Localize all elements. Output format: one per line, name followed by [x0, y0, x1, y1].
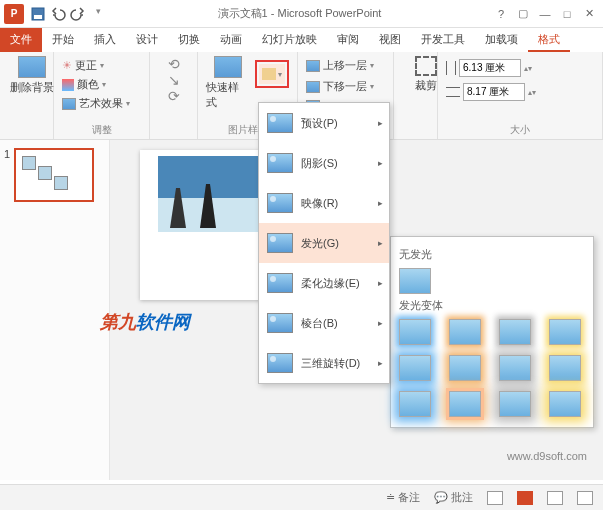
watermark: 第九软件网 [100, 310, 190, 334]
color-button[interactable]: 颜色▾ [62, 77, 141, 92]
rotate3d-icon [267, 353, 293, 373]
corrections-button[interactable]: ☀更正▾ [62, 58, 141, 73]
slideshow-view-icon[interactable] [577, 491, 593, 505]
tab-addins[interactable]: 加载项 [475, 28, 528, 52]
tab-slideshow[interactable]: 幻灯片放映 [252, 28, 327, 52]
picture-effects-menu: 预设(P)▸ 阴影(S)▸ 映像(R)▸ 发光(G)▸ 柔化边缘(E)▸ 棱台(… [258, 102, 390, 384]
tab-review[interactable]: 审阅 [327, 28, 369, 52]
send-backward-button[interactable]: 下移一层▾ [306, 79, 385, 94]
artistic-effects-button[interactable]: 艺术效果▾ [62, 96, 141, 111]
tab-format[interactable]: 格式 [528, 28, 570, 52]
tab-design[interactable]: 设计 [126, 28, 168, 52]
glow-swatch[interactable] [399, 319, 431, 345]
glow-swatch[interactable] [499, 355, 531, 381]
glow-swatch[interactable] [449, 391, 481, 417]
chevron-right-icon: ▸ [378, 118, 383, 128]
svg-rect-1 [34, 15, 42, 19]
tab-view[interactable]: 视图 [369, 28, 411, 52]
chevron-right-icon: ▸ [378, 278, 383, 288]
effects-3drotation[interactable]: 三维旋转(D)▸ [259, 343, 389, 383]
remove-bg-icon [18, 56, 46, 78]
window-title: 演示文稿1 - Microsoft PowerPoint [108, 6, 491, 21]
comments-button[interactable]: 💬 批注 [434, 490, 473, 505]
effects-bevel[interactable]: 棱台(B)▸ [259, 303, 389, 343]
softedge-icon [267, 273, 293, 293]
effects-icon [262, 68, 276, 80]
chevron-right-icon: ▸ [378, 238, 383, 248]
glow-none-swatch[interactable] [399, 268, 431, 294]
tab-transitions[interactable]: 切换 [168, 28, 210, 52]
chevron-right-icon: ▸ [378, 318, 383, 328]
tab-home[interactable]: 开始 [42, 28, 84, 52]
app-icon: P [4, 4, 24, 24]
shadow-icon [267, 153, 293, 173]
slide-thumbnail-1[interactable] [14, 148, 94, 202]
notes-button[interactable]: ≐ 备注 [386, 490, 420, 505]
glow-none-header: 无发光 [399, 247, 585, 262]
chevron-right-icon: ▸ [378, 198, 383, 208]
tab-insert[interactable]: 插入 [84, 28, 126, 52]
remove-background-button[interactable]: 删除背景 [8, 56, 56, 95]
effects-shadow[interactable]: 阴影(S)▸ [259, 143, 389, 183]
bevel-icon [267, 313, 293, 333]
glow-gallery: 无发光 发光变体 [390, 236, 594, 428]
bring-forward-button[interactable]: 上移一层▾ [306, 58, 385, 73]
color-icon [62, 79, 74, 91]
glow-icon [267, 233, 293, 253]
reflection-icon [267, 193, 293, 213]
normal-view-icon[interactable] [487, 491, 503, 505]
forward-icon [306, 60, 320, 72]
tab-developer[interactable]: 开发工具 [411, 28, 475, 52]
redo-icon[interactable] [70, 6, 86, 22]
minimize-icon[interactable]: — [535, 5, 555, 23]
effects-softedge[interactable]: 柔化边缘(E)▸ [259, 263, 389, 303]
backward-icon [306, 81, 320, 93]
watermark-url: www.d9soft.com [507, 450, 587, 462]
effects-glow[interactable]: 发光(G)▸ [259, 223, 389, 263]
group-adjust-label: 调整 [62, 121, 141, 137]
glow-swatch[interactable] [499, 391, 531, 417]
width-input[interactable] [463, 83, 525, 101]
glow-swatch[interactable] [549, 355, 581, 381]
slide-thumbnail-panel: 1 [0, 140, 110, 480]
preset-icon [267, 113, 293, 133]
status-bar: ≐ 备注 💬 批注 [0, 484, 603, 510]
undo-icon[interactable] [50, 6, 66, 22]
tab-file[interactable]: 文件 [0, 28, 42, 52]
picture-effects-button[interactable]: ▾ [259, 64, 285, 84]
glow-swatch[interactable] [499, 319, 531, 345]
glow-swatch[interactable] [399, 391, 431, 417]
crop-icon [415, 56, 437, 76]
glow-swatch[interactable] [549, 319, 581, 345]
ribbon-tabs: 文件 开始 插入 设计 切换 动画 幻灯片放映 审阅 视图 开发工具 加载项 格… [0, 28, 603, 52]
qat-dropdown-icon[interactable]: ▾ [90, 6, 106, 22]
chevron-right-icon: ▸ [378, 358, 383, 368]
glow-variants-header: 发光变体 [399, 298, 585, 313]
height-icon [446, 61, 456, 75]
quick-styles-button[interactable]: 快速样式 [206, 56, 249, 110]
glow-swatch[interactable] [449, 319, 481, 345]
chevron-right-icon: ▸ [378, 158, 383, 168]
ribbon-toggle-icon[interactable]: ▢ [513, 5, 533, 23]
slide-image[interactable] [158, 156, 268, 232]
reset-pic-icon[interactable]: ⟳ [168, 88, 180, 104]
compress-icon[interactable]: ⟲ [168, 56, 180, 72]
effects-preset[interactable]: 预设(P)▸ [259, 103, 389, 143]
effects-reflection[interactable]: 映像(R)▸ [259, 183, 389, 223]
tab-animations[interactable]: 动画 [210, 28, 252, 52]
help-icon[interactable]: ? [491, 5, 511, 23]
artistic-icon [62, 98, 76, 110]
close-icon[interactable]: ✕ [579, 5, 599, 23]
maximize-icon[interactable]: □ [557, 5, 577, 23]
reading-view-icon[interactable] [547, 491, 563, 505]
glow-swatch[interactable] [449, 355, 481, 381]
group-size-label: 大小 [446, 121, 594, 137]
width-icon [446, 87, 460, 97]
change-pic-icon[interactable]: ↘ [168, 72, 180, 88]
glow-swatch[interactable] [549, 391, 581, 417]
glow-swatch[interactable] [399, 355, 431, 381]
slide-number: 1 [4, 148, 10, 202]
sorter-view-icon[interactable] [517, 491, 533, 505]
height-input[interactable] [459, 59, 521, 77]
save-icon[interactable] [30, 6, 46, 22]
